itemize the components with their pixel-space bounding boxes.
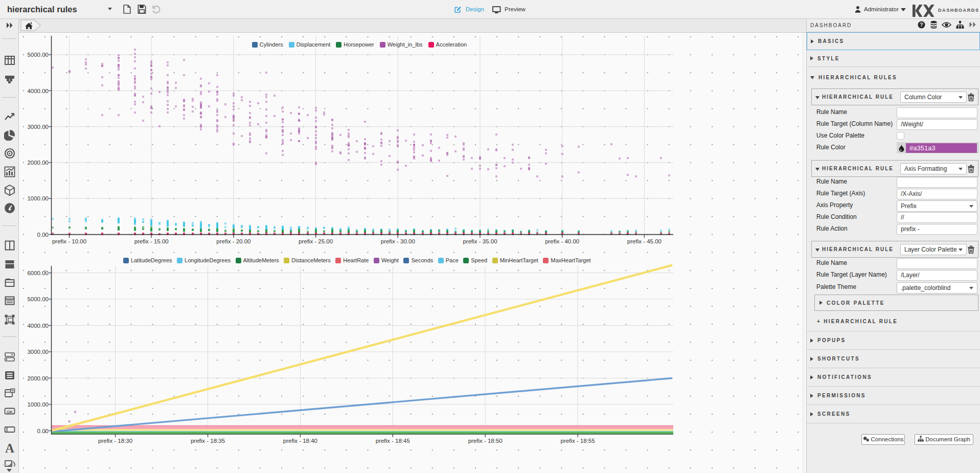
svg-text:prefix - 18:55: prefix - 18:55 <box>561 438 595 444</box>
svg-text:2000.00: 2000.00 <box>27 160 49 166</box>
svg-text:3000.00: 3000.00 <box>27 349 49 355</box>
svg-text:prefix - 20.00: prefix - 20.00 <box>216 238 250 244</box>
svg-text:prefix - 40.00: prefix - 40.00 <box>545 238 579 244</box>
svg-text:4000.00: 4000.00 <box>27 323 49 329</box>
svg-text:prefix - 30.00: prefix - 30.00 <box>381 238 415 244</box>
svg-text:prefix - 35.00: prefix - 35.00 <box>463 238 497 244</box>
svg-text:2000.00: 2000.00 <box>27 375 49 381</box>
svg-text:prefix - 10.00: prefix - 10.00 <box>52 238 86 244</box>
svg-text:3000.00: 3000.00 <box>27 124 49 130</box>
svg-text:prefix - 18:50: prefix - 18:50 <box>468 438 503 444</box>
svg-text:prefix - 18:40: prefix - 18:40 <box>283 438 317 444</box>
svg-text:OK: OK <box>7 410 13 414</box>
svg-text:5000.00: 5000.00 <box>27 52 49 58</box>
svg-text:1000.00: 1000.00 <box>27 195 49 201</box>
svg-text:5000.00: 5000.00 <box>27 296 49 302</box>
svg-text:prefix - 18:30: prefix - 18:30 <box>98 438 132 444</box>
svg-text:0.00: 0.00 <box>37 428 49 434</box>
svg-text:prefix - 15.00: prefix - 15.00 <box>134 238 169 244</box>
svg-text:prefix - 25.00: prefix - 25.00 <box>299 238 333 244</box>
svg-text:prefix - 45.00: prefix - 45.00 <box>627 238 662 244</box>
svg-text:?: ? <box>920 21 923 28</box>
svg-text:0.00: 0.00 <box>37 232 49 238</box>
svg-text:prefix - 18:45: prefix - 18:45 <box>376 438 410 444</box>
svg-text:4000.00: 4000.00 <box>27 88 49 94</box>
svg-text:1000.00: 1000.00 <box>27 401 49 408</box>
svg-text:prefix - 18:35: prefix - 18:35 <box>191 438 225 444</box>
svg-text:6000.00: 6000.00 <box>27 270 49 276</box>
